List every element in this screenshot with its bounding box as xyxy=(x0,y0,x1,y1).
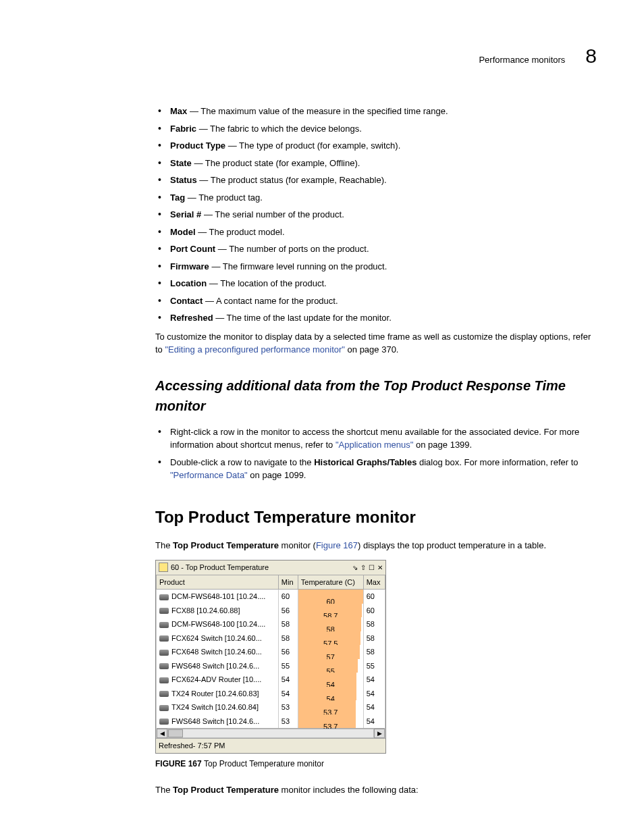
definition-item: Refreshed — The time of the last update … xyxy=(155,311,597,325)
cell-product: DCM-FWS648-101 [10.24.... xyxy=(157,590,279,604)
cell-max: 54 xyxy=(363,687,385,701)
cell-min: 58 xyxy=(278,617,298,631)
definition-desc: — A contact name for the product. xyxy=(203,296,338,306)
table-row[interactable]: FCX88 [10.24.60.88]5658.760 xyxy=(157,604,385,618)
refreshed-label: Refreshed- 7:57 PM xyxy=(156,738,385,753)
cell-max: 54 xyxy=(363,714,385,729)
pin-icon[interactable]: ⇘ xyxy=(352,563,358,573)
cell-temperature: 60 xyxy=(298,590,363,604)
device-icon xyxy=(159,691,169,697)
scroll-thumb[interactable] xyxy=(168,729,183,737)
definition-term: Status xyxy=(170,175,197,185)
figure-title: 60 - Top Product Temperature xyxy=(171,562,269,573)
top-product-temperature-heading: Top Product Temperature monitor xyxy=(155,505,597,529)
close-icon[interactable]: ✕ xyxy=(377,563,383,573)
definition-term: Tag xyxy=(170,192,185,203)
device-icon xyxy=(159,719,169,725)
device-icon xyxy=(159,608,169,614)
definition-item: Status — The product status (for example… xyxy=(155,174,597,187)
definition-desc: — The type of product (for example, swit… xyxy=(225,140,400,151)
definition-term: Fabric xyxy=(170,124,196,134)
device-icon xyxy=(159,705,169,711)
cell-product: FCX648 Switch [10.24.60... xyxy=(157,645,279,659)
cell-min: 54 xyxy=(278,673,298,687)
figure-167-link[interactable]: Figure 167 xyxy=(316,540,358,550)
access-item-doubleclick: Double-click a row to navigate to the Hi… xyxy=(155,456,597,482)
scroll-left-icon[interactable]: ◀ xyxy=(157,729,167,738)
definition-term: Refreshed xyxy=(170,313,213,323)
cell-max: 54 xyxy=(363,700,385,714)
cell-product: FCX88 [10.24.60.88] xyxy=(157,604,279,618)
definition-item: State — The product state (for example, … xyxy=(155,157,597,170)
cell-product: TX24 Switch [10.24.60.84] xyxy=(157,700,279,714)
definition-desc: — The product state (for example, Offlin… xyxy=(192,158,360,168)
cell-temperature: 58 xyxy=(298,617,363,631)
chapter-number: 8 xyxy=(585,41,597,71)
definition-term: Product Type xyxy=(170,140,225,151)
table-row[interactable]: DCM-FWS648-100 [10.24....585858 xyxy=(157,617,385,631)
definition-item: Port Count — The number of ports on the … xyxy=(155,242,597,256)
collapse-icon[interactable]: ⇧ xyxy=(360,563,366,573)
cell-temperature: 58.7 xyxy=(298,604,363,618)
device-icon xyxy=(159,677,169,683)
device-icon xyxy=(159,635,169,642)
definition-desc: — The product model. xyxy=(196,227,285,237)
cell-max: 58 xyxy=(363,645,385,659)
scroll-right-icon[interactable]: ▶ xyxy=(374,729,385,738)
temperature-table: Product Min Temperature (C) Max DCM-FWS6… xyxy=(156,575,385,739)
horizontal-scrollbar[interactable]: ◀ ▶ xyxy=(157,728,385,738)
definition-term: Contact xyxy=(170,296,203,306)
header-section: Performance monitors xyxy=(479,53,565,67)
table-row[interactable]: FCX648 Switch [10.24.60...565758 xyxy=(157,645,385,659)
cell-temperature: 54 xyxy=(298,673,363,687)
outro-paragraph: The Top Product Temperature monitor incl… xyxy=(155,783,597,797)
table-row[interactable]: FCX624-ADV Router [10....545454 xyxy=(157,673,385,687)
col-min[interactable]: Min xyxy=(278,575,298,590)
maximize-icon[interactable]: ☐ xyxy=(369,563,375,573)
definition-desc: — The fabric to which the device belongs… xyxy=(196,124,362,134)
definition-list: Max — The maximum value of the measure i… xyxy=(155,105,597,325)
definition-term: Port Count xyxy=(170,244,215,254)
definition-item: Location — The location of the product. xyxy=(155,277,597,290)
access-list: Right-click a row in the monitor to acce… xyxy=(155,425,597,482)
access-item-rightclick: Right-click a row in the monitor to acce… xyxy=(155,425,597,452)
definition-desc: — The number of ports on the product. xyxy=(215,244,369,254)
cell-max: 58 xyxy=(363,617,385,631)
cell-min: 56 xyxy=(278,645,298,659)
definition-desc: — The product status (for example, Reach… xyxy=(197,175,387,185)
definition-item: Max — The maximum value of the measure i… xyxy=(155,105,597,118)
table-row[interactable]: FWS648 Switch [10.24.6...5353.754 xyxy=(157,714,385,729)
cell-max: 58 xyxy=(363,631,385,646)
cell-max: 55 xyxy=(363,659,385,673)
definition-term: Location xyxy=(170,278,207,288)
col-product[interactable]: Product xyxy=(157,575,279,590)
cell-min: 55 xyxy=(278,659,298,673)
device-icon xyxy=(159,663,169,669)
table-row[interactable]: FWS648 Switch [10.24.6...555555 xyxy=(157,659,385,673)
cell-product: DCM-FWS648-100 [10.24.... xyxy=(157,617,279,631)
col-temp[interactable]: Temperature (C) xyxy=(298,575,363,590)
table-row[interactable]: FCX624 Switch [10.24.60...5857.558 xyxy=(157,631,385,646)
cell-temperature: 57.5 xyxy=(298,631,363,646)
table-row[interactable]: DCM-FWS648-101 [10.24....606060 xyxy=(157,590,385,604)
color-swatch-icon xyxy=(159,563,168,572)
intro-paragraph: The Top Product Temperature monitor (Fig… xyxy=(155,539,597,552)
definition-desc: — The firmware level running on the prod… xyxy=(209,261,387,271)
cell-temperature: 53.7 xyxy=(298,714,363,729)
col-max[interactable]: Max xyxy=(363,575,385,590)
application-menus-link[interactable]: "Application menus" xyxy=(336,440,413,450)
table-row[interactable]: TX24 Switch [10.24.60.84]5353.754 xyxy=(157,700,385,714)
editing-monitor-link[interactable]: "Editing a preconfigured performance mon… xyxy=(165,344,344,355)
definition-item: Contact — A contact name for the product… xyxy=(155,294,597,308)
definition-term: Firmware xyxy=(170,261,209,271)
cell-product: TX24 Router [10.24.60.83] xyxy=(157,687,279,701)
definition-term: State xyxy=(170,158,192,168)
cell-product: FWS648 Switch [10.24.6... xyxy=(157,714,279,729)
accessing-additional-data-heading: Accessing additional data from the Top P… xyxy=(155,375,597,416)
device-icon xyxy=(159,650,169,656)
temperature-monitor-figure: 60 - Top Product Temperature ⇘ ⇧ ☐ ✕ Pro… xyxy=(155,560,386,754)
performance-data-link[interactable]: "Performance Data" xyxy=(170,470,248,480)
table-row[interactable]: TX24 Router [10.24.60.83]545454 xyxy=(157,687,385,701)
figure-caption: FIGURE 167 Top Product Temperature monit… xyxy=(155,758,597,770)
device-icon xyxy=(159,594,169,600)
